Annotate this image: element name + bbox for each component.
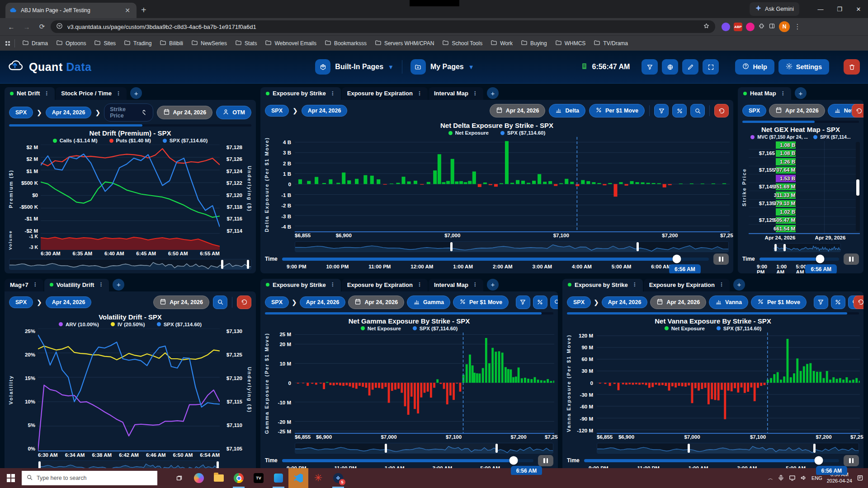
mode-pill[interactable]: Per $1 Move [589,104,645,117]
brush-handle-left[interactable] [688,444,690,453]
brush-handle-left[interactable] [385,444,387,453]
bookmark-item[interactable]: TV/Drama [590,38,632,49]
expiry-pill[interactable]: Apr 24, 2026 [46,296,92,308]
bookmark-item[interactable]: Bookmarksss [321,38,370,49]
mini-range-brush[interactable] [773,243,841,252]
bookmark-item[interactable]: School Tools [439,38,486,49]
bookmark-item[interactable]: Work [487,38,516,49]
pause-button[interactable] [538,455,553,466]
profile-avatar[interactable]: N [779,21,790,32]
bookmark-item[interactable]: Sites [90,38,119,49]
moneyness-pill[interactable]: OTM [216,106,251,119]
add-tab-button[interactable]: + [487,87,499,99]
heatmap-row[interactable]: $7,145351.69 M [749,183,860,192]
pause-button[interactable] [713,253,729,265]
brush-selection[interactable] [451,242,637,252]
add-tab-button[interactable]: + [733,279,745,291]
heatmap-row[interactable]: 1.53 B [749,174,860,183]
vanna-plot[interactable] [597,333,860,434]
heatmap-cell[interactable]: 605.47 M [776,217,796,224]
app-chrome[interactable] [229,468,249,488]
date-pill[interactable]: Apr 24, 2026 [153,296,209,309]
app-tradingview[interactable]: TV [249,468,269,488]
window-close-button[interactable]: ✕ [849,0,868,18]
taskbar-search[interactable]: Type here to search [22,471,157,485]
heatmap-row[interactable]: $7,135379.10 M [749,200,860,208]
horizontal-scrollbar[interactable] [567,312,859,314]
tab-net-drift[interactable]: Net Drift⋮ [5,87,55,100]
horizontal-scrollbar[interactable] [742,121,859,123]
tab-exposure-by-strike[interactable]: Exposure by Strike⋮ [260,87,341,100]
expiry-pill[interactable]: Apr 24, 2026 [46,107,92,118]
heatmap-row[interactable]: $7,1651.08 B [749,150,860,158]
reset-button[interactable] [714,104,729,117]
heatmap-cell[interactable]: 1.02 B [776,208,796,216]
add-tab-button[interactable]: + [487,279,499,291]
site-info-icon[interactable] [56,23,63,31]
mode-pill[interactable]: Per $1 Move [751,296,807,309]
reset-button[interactable] [237,296,251,309]
expiry-pill[interactable]: Apr 24, 2026 [602,296,648,308]
symbol-pill[interactable]: SPX [9,296,33,308]
brush-handle-right[interactable] [637,242,639,251]
tab-menu-icon[interactable]: ⋮ [33,282,38,288]
heatmap-cell[interactable]: 661.54 M [776,225,796,232]
brush-handle-left[interactable] [774,244,777,251]
tray-chevron-icon[interactable]: ︿ [768,475,773,482]
app-copilot[interactable] [189,468,209,488]
heatmap-cell[interactable]: 707.64 M [776,167,796,174]
extensions-puzzle-icon[interactable] [758,23,765,31]
app-vscode[interactable] [288,468,308,488]
heatmap-row[interactable]: $7,155707.64 M [749,166,860,175]
tab-interval-map[interactable]: Interval Map⋮ [429,279,483,291]
strike-price-select[interactable]: Strike Price [104,103,153,122]
fullscreen-button[interactable] [703,59,719,75]
date-pill[interactable]: Apr 24, 2026 [157,106,213,119]
tab-mag7[interactable]: Mag+7⋮ [5,279,43,291]
date-pill[interactable]: Apr 24, 2026 [769,104,825,117]
tab-menu-icon[interactable]: ⋮ [417,282,422,288]
heatmap-row[interactable]: 1.08 B [749,141,860,150]
extension-icon-purple[interactable] [722,23,730,31]
side-panel-icon[interactable] [769,23,775,31]
notification-center[interactable] [857,474,863,482]
edit-button[interactable] [682,59,698,75]
extension-icon-pink[interactable] [746,23,755,31]
add-tab-button[interactable]: + [130,87,142,99]
filter-button[interactable] [642,59,658,75]
tab-interval-map[interactable]: Interval Map⋮ [429,87,483,100]
symbol-pill[interactable]: SPX [742,105,766,117]
reset-button[interactable] [852,104,863,117]
brush-handle-right[interactable] [495,444,498,453]
brush-handle-left[interactable] [450,242,453,251]
greek-pill[interactable]: Delta [549,104,585,117]
bookmark-item[interactable]: WHMCS [552,38,590,49]
heatmap-row[interactable]: 1.26 B [749,158,860,166]
bookmark-item[interactable]: NewSeries [188,38,231,49]
heatmap-grid[interactable]: 1.08 B$7,1651.08 B1.26 B$7,155707.64 M1.… [749,141,860,234]
time-slider[interactable] [760,258,839,261]
tab-exposure-by-strike[interactable]: Exposure by Strike⋮ [260,279,341,291]
filter-button[interactable] [516,296,530,309]
tab-close-icon[interactable]: ✕ [123,7,132,14]
speaker-icon[interactable] [800,474,807,482]
adblock-extension-icon[interactable]: ABP [734,23,742,31]
heatmap-row[interactable]: 311.33 M [749,191,860,200]
gamma-plot[interactable] [295,333,554,434]
new-tab-button[interactable]: + [141,5,146,15]
symbol-pill[interactable]: SPX [265,105,289,117]
tab-volatility-drift[interactable]: Volatility Drift⋮ [44,279,109,291]
mini-range-brush[interactable] [597,443,859,454]
start-button[interactable] [0,468,22,488]
tab-exposure-by-strike[interactable]: Exposure by Strike⋮ [562,279,643,291]
brush-handle-left[interactable] [221,260,223,269]
browser-menu-icon[interactable]: ⋮ [793,20,802,33]
tab-stock-price-time[interactable]: Stock Price / Time⋮ [56,87,127,100]
task-view-button[interactable] [169,468,189,488]
time-slider-handle[interactable] [509,456,518,465]
bookmark-item[interactable]: Buying [517,38,551,49]
tab-menu-icon[interactable]: ⋮ [330,90,335,97]
vertical-scrollbar[interactable] [856,142,860,231]
horizontal-scrollbar[interactable] [9,124,251,127]
filter-button[interactable] [814,296,828,309]
